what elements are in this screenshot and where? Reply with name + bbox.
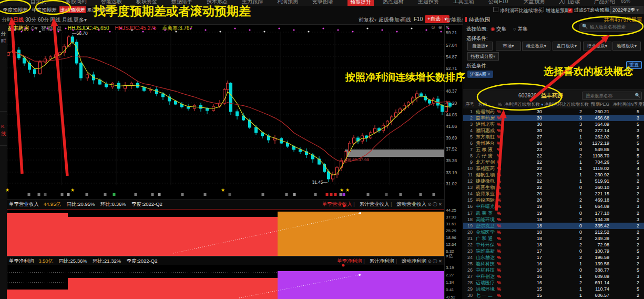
revenue-legend-3[interactable]: 滚动营业收入 [396,201,426,207]
stock-name-cell[interactable]: 高能环境 [476,216,495,223]
checkbox-qoq-growth[interactable]: 净利润环比连续增长 [493,7,543,14]
stock-name-cell[interactable]: 东方雨虹 [476,134,495,140]
stock-name-cell[interactable]: 科锐国际 [476,197,495,203]
stock-name-cell[interactable]: 能科科技 [476,261,495,267]
table-row[interactable]: 7五 粮 液 %230549.865 [463,146,644,153]
period-tab-30分[interactable]: 30分 [25,16,36,24]
period-tab-60分[interactable]: 60分 [38,16,49,24]
profit-legend-3[interactable]: 滚动净利润 [402,258,427,264]
menu-item-17[interactable]: 产品介绍 [594,0,615,5]
close-icon[interactable]: × [488,72,490,77]
table-row[interactable]: 26中材科技 %160388.775 [463,267,644,273]
table-row[interactable]: 18高能环境 %182134.393 [463,216,644,223]
stock-name-cell[interactable]: 北方华创 [476,159,495,165]
period-tab-月线[interactable]: 月线 [62,16,73,24]
table-row[interactable]: 10泰格医药 %2211119.024 [463,165,644,172]
fuquan-dropdown[interactable]: 前复权▾ [359,16,376,24]
profit-legend-1[interactable]: 单季净利润 [337,258,362,264]
table-row[interactable]: 11健帆生物 %221230.923 [463,172,644,178]
stock-name-cell[interactable]: 中环环保 [476,242,495,248]
tab-年度预期差[interactable]: 年度预期差 [30,6,58,13]
table-row[interactable]: 17凯 莱 英 %190177.102 [463,210,644,216]
table-row[interactable]: 5东方雨虹 %271262.025 [463,134,644,140]
smart-watch-label[interactable]: 智能盯盘 [41,25,62,31]
table-row[interactable]: 8片 仔 癀 %2221108.705 [463,153,644,159]
table-row[interactable]: 14凌霄泵业 %201221.152 [463,191,644,197]
side-tab-kline[interactable]: 线 [1,131,6,137]
menu-item-2[interactable]: 多股同列 [66,0,87,5]
col-header-consecutive-growth[interactable]: 净利润连续增长数▼ [504,102,544,108]
col-header-pct[interactable]: % [498,102,502,107]
stock-name-cell[interactable]: 健帆生物 [476,172,495,178]
period-tab-分时[interactable]: 分时 [2,16,12,24]
table-row[interactable]: 25能科科技 %161139.562 [463,261,644,267]
table-row[interactable]: 2益丰药房 %303456.683 [463,115,644,121]
col-header-new-high[interactable]: 净利润创N季度新 [612,102,644,108]
checkbox-beat-expectation[interactable]: 增速超预期 [539,7,569,14]
table-row[interactable]: 12捷捷微电 %221519.912 [463,178,644,184]
stock-name-cell[interactable]: 仙琚制药 [476,108,495,115]
filter-市场[interactable]: 市场▾ [496,42,521,51]
stock-name-cell[interactable]: 皖维高新 [476,248,495,254]
stock-name-cell[interactable]: 凯 莱 英 [476,210,493,216]
col-header-name[interactable]: 名称 [478,102,487,108]
stock-name-cell[interactable]: 泸州老窖 [476,121,495,127]
stock-name-cell[interactable]: 金城医学 [476,229,495,235]
menu-item-8[interactable]: 利润预测 [277,0,298,5]
checkbox-filter-st[interactable]: ✓过滤ST [568,7,590,14]
filter-自选股[interactable]: 自选股▾ [467,42,493,51]
stock-name-cell[interactable]: 泰格医药 [476,165,495,172]
profit-legend-2[interactable]: 累计净利润 [369,258,394,264]
chart-window-icons[interactable]: ⊙⊕✕ [431,25,453,30]
table-row[interactable]: 23皖维高新 %170100.795 [463,248,644,254]
stock-name-cell[interactable]: 中材科技 [476,267,495,273]
revenue-legend-2[interactable]: 累计营业收入 [359,201,389,207]
stock-name-cell[interactable]: 迈瑞医疗 [476,280,495,286]
radio-intersection[interactable]: ◉ 交集 [490,26,506,33]
table-row[interactable]: 27中科创达 %161609.893 [463,273,644,280]
table-row[interactable]: 3泸州老窖 %303364.895 [463,121,644,127]
stock-name-cell[interactable]: 捷捷微电 [476,178,495,184]
chevron-down-icon[interactable]: ⊙▾ [30,25,37,31]
sector-search-box[interactable]: 🔍 [579,23,642,32]
table-row[interactable]: 19密尔克卫 %180335.422 [463,223,644,229]
table-row[interactable]: 1仙琚制药 %302260.215 [463,108,644,115]
menu-item-1[interactable]: 自定义 [30,0,46,5]
table-row[interactable]: 9北方华创 %221704.265 [463,159,644,165]
table-row[interactable]: 29洪城环境 %151110.745 [463,286,644,292]
period-tab-周线[interactable]: 周线 [50,16,60,24]
table-row[interactable]: 20金城医学 %180212.522 [463,229,644,235]
menu-item-16[interactable]: 入门必读 [559,0,580,5]
table-row[interactable]: 13凯普生物 %220360.102 [463,184,644,191]
menu-item-9[interactable]: 竞争图谱 [312,0,333,5]
table-row[interactable]: 22中环环保 %18272.982 [463,242,644,248]
stock-name-cell[interactable]: 益丰药房 [476,115,495,121]
table-row[interactable]: 4濮阳惠成 %300372.143 [463,127,644,134]
selected-sector-tag[interactable]: 沪深A股 × [467,71,493,78]
filter-地域板块[interactable]: 地域板块▾ [612,42,641,51]
table-row[interactable]: 16中科曙光 %191664.893 [463,203,644,210]
menu-item-14[interactable]: 公司F10 [488,0,508,5]
radio-union[interactable]: ○ 并集 [513,26,527,33]
draw-line-button[interactable]: 画线 [401,16,411,24]
filter-盘口板块[interactable]: 盘口板块▾ [553,42,581,51]
side-tab-fenshi[interactable]: 时 [1,38,6,45]
filter-行业板块[interactable]: 行业板块▾ [583,42,611,51]
tab-季度预期差[interactable]: 季度预期差 [2,6,29,13]
table-row[interactable]: 6贵州茅台 %2601272.195 [463,140,644,146]
stock-name-cell[interactable]: 凌霄泵业 [476,191,495,197]
panel-icons[interactable]: ⊙ ⓘ ✕ [426,202,442,207]
stock-name-cell[interactable]: 密尔克卫 [476,223,495,229]
sector-search-input[interactable] [589,24,641,30]
table-row[interactable]: 28迈瑞医疗 %162691.142 [463,280,644,286]
stock-name-cell[interactable]: 五 粮 液 [476,146,493,153]
table-row[interactable]: 30七 一 二 %151606.572 [463,292,644,298]
col-header-qoq-growth[interactable]: 净利润环比连续增长数 [544,102,589,108]
table-row[interactable]: 15科锐国际 %202469.182 [463,197,644,203]
menu-item-12[interactable]: 主题投资 [418,0,439,5]
side-tab-fenshi[interactable]: 分 [1,31,6,37]
panel-icons[interactable]: ⊙ ⓘ ✕ [426,258,442,264]
side-tab-kline[interactable]: K [1,123,4,129]
period-tab-更多[interactable]: 更多▾ [74,16,87,24]
f10-button[interactable]: F10 [414,16,423,22]
